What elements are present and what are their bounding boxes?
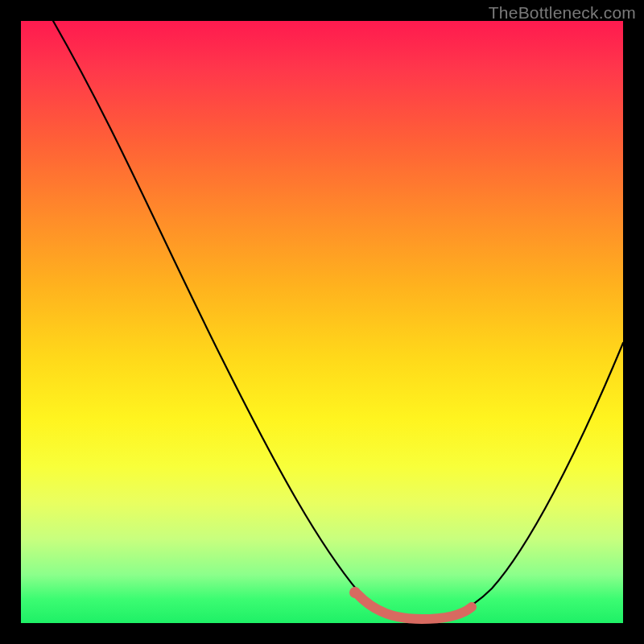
bottom-highlight-segment xyxy=(357,594,472,619)
curve-layer xyxy=(21,21,623,623)
watermark-text: TheBottleneck.com xyxy=(489,3,636,23)
bottleneck-curve xyxy=(53,21,623,618)
highlight-dot-left xyxy=(349,587,361,598)
chart-stage: TheBottleneck.com xyxy=(0,0,644,644)
plot-area xyxy=(21,21,623,623)
